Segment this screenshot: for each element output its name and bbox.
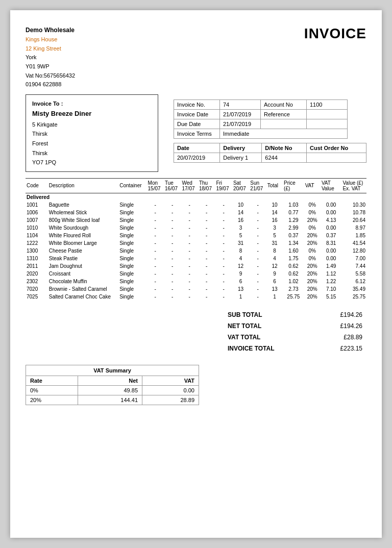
item-price: 0.77 <box>283 209 304 216</box>
item-sat: 10 <box>232 201 249 209</box>
item-fri: - <box>215 247 232 255</box>
item-mon: - <box>147 224 164 232</box>
item-mon: - <box>147 255 164 262</box>
items-table: Code Description Container Mon15/07 Tue1… <box>26 178 366 301</box>
item-tue: - <box>164 262 181 270</box>
company-phone: 01904 622888 <box>26 80 75 89</box>
item-total: 4 <box>266 255 283 262</box>
invoice-terms-value: Immediate <box>220 129 348 138</box>
item-container: Single <box>118 255 146 262</box>
header-vat-value: VATValue <box>321 178 342 193</box>
item-value: 6.12 <box>341 278 366 285</box>
item-fri: - <box>215 239 232 247</box>
item-sat: 12 <box>232 262 249 270</box>
item-price: 0.62 <box>283 270 304 278</box>
item-vat-value: 0.00 <box>321 247 342 255</box>
item-thu: - <box>198 262 215 270</box>
item-vat-pct: 0% <box>304 209 321 216</box>
item-sun: - <box>249 262 266 270</box>
item-price: 1.02 <box>283 278 304 285</box>
item-sun: - <box>249 201 266 209</box>
company-name: Demo Wholesale <box>26 26 75 35</box>
item-vat-value: 1.49 <box>321 262 342 270</box>
item-price: 2.73 <box>283 285 304 293</box>
item-fri: - <box>215 285 232 293</box>
item-sat: 9 <box>232 270 249 278</box>
invoice-to-label: Invoice To : <box>32 99 152 109</box>
table-row: 1007 800g White Sliced loaf Single - - -… <box>26 216 366 224</box>
item-wed: - <box>181 285 198 293</box>
delivery-header-date: Date <box>174 143 220 153</box>
item-mon: - <box>147 232 164 239</box>
item-description: Steak Pastie <box>48 255 118 262</box>
item-vat-value: 5.15 <box>321 293 342 301</box>
company-city: York <box>26 53 75 62</box>
header-fri: Fri19/07 <box>215 178 232 193</box>
item-mon: - <box>147 216 164 224</box>
item-price: 1.03 <box>283 201 304 209</box>
reference-label: Reference <box>261 109 307 119</box>
item-description: White Sourdough <box>48 224 118 232</box>
item-description: Chocolate Muffin <box>48 278 118 285</box>
item-mon: - <box>147 239 164 247</box>
item-sat: 31 <box>232 239 249 247</box>
header-mon: Mon15/07 <box>147 178 164 193</box>
item-total: 6 <box>266 278 283 285</box>
item-description: Salted Caramel Choc Cake <box>48 293 118 301</box>
invoice-meta-table: Invoice No. 74 Account No 1100 Invoice D… <box>174 99 348 139</box>
right-meta: Invoice No. 74 Account No 1100 Invoice D… <box>174 94 366 163</box>
vat-vat: 28.89 <box>142 395 199 405</box>
item-fri: - <box>215 232 232 239</box>
header-vat: VAT <box>304 178 321 193</box>
item-fri: - <box>215 262 232 270</box>
item-container: Single <box>118 293 146 301</box>
item-mon: - <box>147 201 164 209</box>
table-row: 1001 Baguette Single - - - - - 10 - 10 1… <box>26 201 366 209</box>
item-tue: - <box>164 285 181 293</box>
table-row: 2011 Jam Doughnut Single - - - - - 12 - … <box>26 262 366 270</box>
item-price: 0.62 <box>283 262 304 270</box>
item-value: 8.97 <box>341 224 366 232</box>
item-value: 41.54 <box>341 239 366 247</box>
item-sun: - <box>249 270 266 278</box>
delivery-header-delivery: Delivery <box>220 143 262 153</box>
company-vat: Vat No:5675656432 <box>26 71 75 81</box>
item-mon: - <box>147 293 164 301</box>
vat-rate: 0% <box>26 385 78 395</box>
item-value: 5.58 <box>341 270 366 278</box>
item-vat-pct: 20% <box>304 285 321 293</box>
item-sat: 8 <box>232 247 249 255</box>
item-description: Wholemeal Stick <box>48 209 118 216</box>
item-wed: - <box>181 255 198 262</box>
item-tue: - <box>164 247 181 255</box>
item-description: Jam Doughnut <box>48 262 118 270</box>
invoice-no-value: 74 <box>220 99 261 109</box>
invoice-terms-label: Invoice Terms <box>174 129 220 138</box>
header-tue: Tue16/07 <box>164 178 181 193</box>
item-thu: - <box>198 216 215 224</box>
totals-section: SUB TOTAL £194.26 NET TOTAL £194.26 VAT … <box>26 309 366 355</box>
delivery-header-dnote: D/Note No <box>262 143 307 153</box>
item-tue: - <box>164 224 181 232</box>
header-value: Value (£)Ex. VAT <box>341 178 366 193</box>
item-total: 31 <box>266 239 283 247</box>
item-wed: - <box>181 247 198 255</box>
header-total: Total <box>266 178 283 193</box>
item-sat: 6 <box>232 278 249 285</box>
item-sun: - <box>249 293 266 301</box>
item-sat: 4 <box>232 255 249 262</box>
item-value: 7.44 <box>341 262 366 270</box>
due-date-label: Due Date <box>174 119 220 129</box>
item-vat-pct: 20% <box>304 270 321 278</box>
company-address-line2: 12 King Street <box>26 44 75 54</box>
item-tue: - <box>164 232 181 239</box>
item-fri: - <box>215 293 232 301</box>
item-sat: 16 <box>232 216 249 224</box>
vat-summary-row: 0% 49.85 0.00 <box>26 385 199 395</box>
item-sun: - <box>249 247 266 255</box>
item-value: 35.49 <box>341 285 366 293</box>
item-container: Single <box>118 262 146 270</box>
header-sat: Sat20/07 <box>232 178 249 193</box>
delivery-dnote: 6244 <box>262 153 307 162</box>
item-container: Single <box>118 270 146 278</box>
